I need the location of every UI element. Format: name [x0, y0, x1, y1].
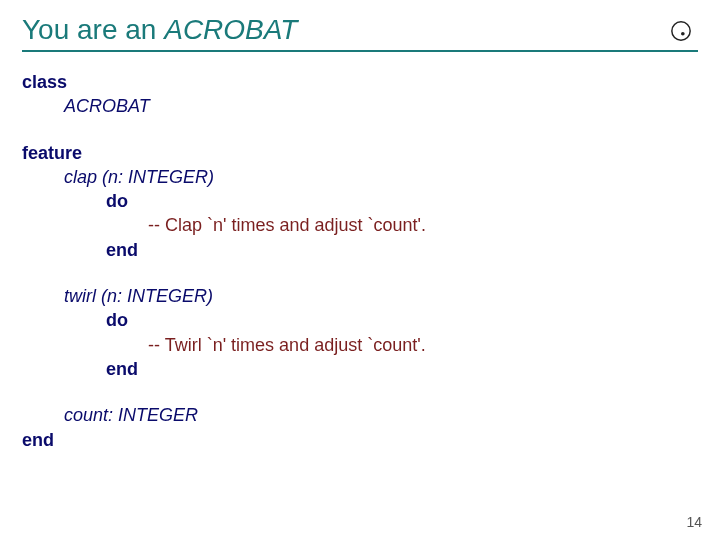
eiffel-logo-icon	[670, 20, 692, 42]
title-class-name: ACROBAT	[164, 14, 297, 45]
title-underline	[22, 50, 698, 52]
clap-signature: clap (n: INTEGER)	[64, 167, 214, 187]
clap-comment: -- Clap `n' times and adjust `count'.	[148, 215, 426, 235]
title-row: You are an ACROBAT	[22, 14, 698, 46]
keyword-do: do	[106, 191, 128, 211]
count-declaration: count: INTEGER	[64, 405, 198, 425]
code-block: class ACROBAT feature clap (n: INTEGER) …	[22, 70, 698, 452]
class-name: ACROBAT	[64, 96, 150, 116]
keyword-end: end	[106, 359, 138, 379]
page-number: 14	[686, 514, 702, 530]
keyword-end: end	[106, 240, 138, 260]
keyword-do: do	[106, 310, 128, 330]
twirl-comment: -- Twirl `n' times and adjust `count'.	[148, 335, 426, 355]
blank-line	[22, 119, 698, 141]
svg-point-0	[672, 22, 690, 40]
keyword-feature: feature	[22, 143, 82, 163]
slide-title: You are an ACROBAT	[22, 14, 297, 46]
svg-point-1	[681, 32, 685, 36]
blank-line	[22, 381, 698, 403]
keyword-end-class: end	[22, 430, 54, 450]
title-prefix: You are an	[22, 14, 164, 45]
slide: You are an ACROBAT class ACROBAT feature…	[0, 0, 720, 540]
keyword-class: class	[22, 72, 67, 92]
blank-line	[22, 262, 698, 284]
twirl-signature: twirl (n: INTEGER)	[64, 286, 213, 306]
